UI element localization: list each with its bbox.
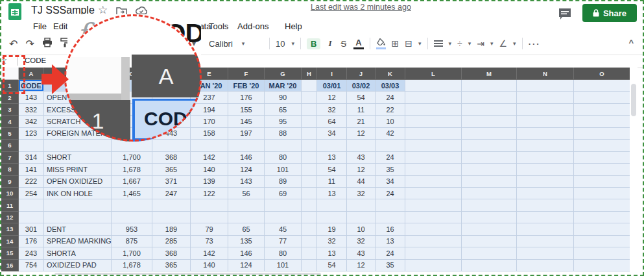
cell-g5[interactable]: 88 <box>265 128 302 140</box>
cell-k6[interactable] <box>376 140 405 151</box>
cell-i10[interactable]: 13 <box>317 188 347 199</box>
cell-o1[interactable] <box>574 80 630 92</box>
row-header-3[interactable]: 3 <box>1 104 19 116</box>
cell-h3[interactable] <box>302 104 317 116</box>
cell-a3[interactable]: 332 <box>19 104 44 116</box>
row-header-7[interactable]: 7 <box>1 152 19 164</box>
cell-j10[interactable]: 32 <box>347 188 376 199</box>
cell-h14[interactable] <box>302 236 317 247</box>
cell-j12[interactable] <box>347 212 376 223</box>
cell-d14[interactable]: 285 <box>152 236 191 247</box>
cell-b16[interactable]: OXIDIZED PAD <box>44 260 112 271</box>
row-header-5[interactable]: 5 <box>1 128 19 140</box>
column-header-i[interactable]: I <box>317 68 347 80</box>
cell-g2[interactable]: 90 <box>265 92 302 103</box>
cell-m9[interactable] <box>462 176 517 188</box>
horizontal-scrollbar-thumb[interactable] <box>54 273 321 276</box>
cell-l14[interactable] <box>405 236 462 247</box>
cell-n9[interactable] <box>517 176 574 188</box>
cell-f8[interactable]: 124 <box>228 164 265 175</box>
cell-g14[interactable]: 77 <box>265 236 302 247</box>
cell-n10[interactable] <box>517 188 574 199</box>
cell-m4[interactable] <box>462 116 517 127</box>
cell-l8[interactable] <box>405 164 462 175</box>
cell-e3[interactable]: 194 <box>191 104 228 116</box>
row-header-9[interactable]: 9 <box>1 176 19 188</box>
cell-n11[interactable] <box>517 199 574 211</box>
cell-g16[interactable]: 101 <box>265 260 302 271</box>
cell-h13[interactable] <box>302 223 317 235</box>
cell-g7[interactable]: 80 <box>265 152 302 164</box>
cell-b14[interactable]: SPREAD MARKING <box>44 236 112 247</box>
cell-i15[interactable]: 13 <box>317 247 347 259</box>
cell-j8[interactable]: 12 <box>347 164 376 175</box>
cell-g11[interactable] <box>265 199 302 211</box>
cell-o11[interactable] <box>574 199 630 211</box>
cell-k9[interactable]: 34 <box>376 176 405 188</box>
cell-i12[interactable] <box>317 212 347 223</box>
text-color-button[interactable]: A <box>353 38 363 49</box>
cell-o7[interactable] <box>574 152 630 164</box>
cell-h8[interactable] <box>302 164 317 175</box>
column-header-m[interactable]: M <box>462 68 517 80</box>
last-edit-link[interactable]: Last edit was 2 minutes ago <box>311 3 411 12</box>
cell-e14[interactable]: 73 <box>191 236 228 247</box>
cell-d12[interactable] <box>152 212 191 223</box>
menu-item-help[interactable]: Help <box>285 21 302 31</box>
cell-m3[interactable] <box>462 104 517 116</box>
cell-d6[interactable] <box>152 140 191 151</box>
cell-i4[interactable]: 64 <box>317 116 347 127</box>
row-header-10[interactable]: 10 <box>1 188 19 199</box>
cell-a8[interactable]: 141 <box>19 164 44 175</box>
cell-n4[interactable] <box>517 116 574 127</box>
cell-j15[interactable]: 43 <box>347 247 376 259</box>
cell-e12[interactable] <box>191 212 228 223</box>
cell-a5[interactable]: 123 <box>19 128 44 140</box>
cell-a14[interactable]: 176 <box>19 236 44 247</box>
cell-l6[interactable] <box>405 140 462 151</box>
cell-n2[interactable] <box>517 92 574 103</box>
cell-g13[interactable]: 45 <box>265 223 302 235</box>
cell-j7[interactable]: 43 <box>347 152 376 164</box>
cell-j13[interactable]: 10 <box>347 223 376 235</box>
cell-f10[interactable]: 56 <box>228 188 265 199</box>
row-header-11[interactable]: 11 <box>1 199 19 211</box>
font-size-select[interactable]: 10 ▾ <box>276 39 294 49</box>
cell-g15[interactable]: 80 <box>265 247 302 259</box>
cell-h4[interactable] <box>302 116 317 127</box>
cell-i2[interactable]: 12 <box>317 92 347 103</box>
cell-k10[interactable]: 24 <box>376 188 405 199</box>
cell-l2[interactable] <box>405 92 462 103</box>
cell-d8[interactable]: 365 <box>152 164 191 175</box>
menu-item-add-ons[interactable]: Add-ons <box>237 21 268 31</box>
cell-l3[interactable] <box>405 104 462 116</box>
column-header-h[interactable]: H <box>302 68 317 80</box>
cell-f16[interactable]: 124 <box>228 260 265 271</box>
cell-n14[interactable] <box>517 236 574 247</box>
row-header-6[interactable]: 6 <box>1 140 19 151</box>
cell-m12[interactable] <box>462 212 517 223</box>
cell-a12[interactable] <box>19 212 44 223</box>
cell-j2[interactable]: 54 <box>347 92 376 103</box>
cell-b7[interactable]: SHORT <box>44 152 112 164</box>
cell-g3[interactable]: 65 <box>265 104 302 116</box>
cell-a11[interactable] <box>19 199 44 211</box>
column-header-g[interactable]: G <box>265 68 302 80</box>
cell-k15[interactable]: 24 <box>376 247 405 259</box>
cell-m8[interactable] <box>462 164 517 175</box>
cell-l16[interactable] <box>405 260 462 271</box>
cell-f15[interactable]: 146 <box>228 247 265 259</box>
redo-icon[interactable]: ↷ <box>25 38 34 50</box>
cell-h9[interactable] <box>302 176 317 188</box>
cell-a10[interactable]: 254 <box>19 188 44 199</box>
cell-j5[interactable]: 12 <box>347 128 376 140</box>
menu-item-tools[interactable]: Tools <box>209 21 228 31</box>
cell-c9[interactable]: 1,667 <box>112 176 152 188</box>
merge-cells-icon[interactable]: ⊟ <box>405 38 412 49</box>
cell-n8[interactable] <box>517 164 574 175</box>
column-header-o[interactable]: O <box>574 68 630 80</box>
cell-m13[interactable] <box>462 223 517 235</box>
cell-o13[interactable] <box>574 223 630 235</box>
cell-c13[interactable]: 953 <box>112 223 152 235</box>
cell-h12[interactable] <box>302 212 317 223</box>
